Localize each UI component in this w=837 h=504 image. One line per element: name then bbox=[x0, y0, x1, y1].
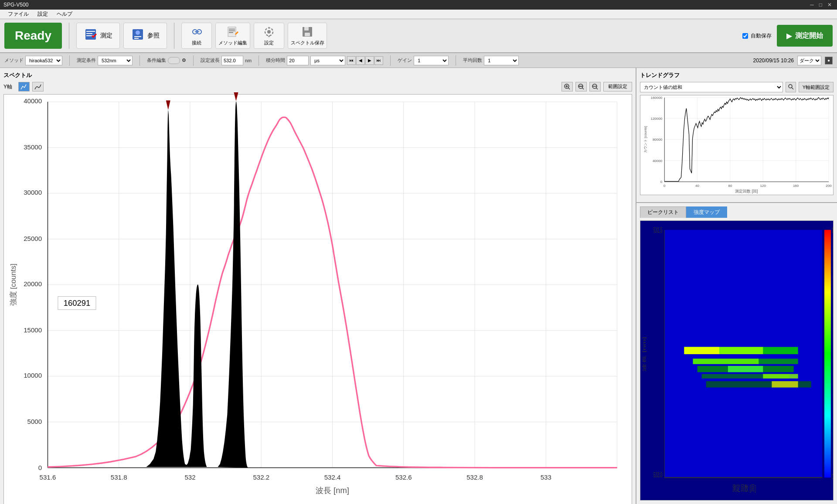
svg-text:532.2: 532.2 bbox=[253, 474, 269, 481]
trend-section: トレンドグラフ カウント値の総和 Y軸範囲設定 bbox=[636, 68, 837, 203]
param-sep-2 bbox=[140, 55, 140, 66]
method-edit-button[interactable]: メソッド編集 bbox=[215, 23, 250, 49]
svg-rect-19 bbox=[305, 33, 310, 36]
window-controls: ─ □ ✕ bbox=[808, 2, 834, 8]
y-axis-range-btn[interactable]: Y軸範囲設定 bbox=[799, 82, 834, 92]
left-panel: スペクトル Y軸 範囲設定 bbox=[0, 68, 636, 504]
method-select[interactable]: hiraoka532 bbox=[25, 56, 62, 65]
condition-edit-icon[interactable]: ⚙ bbox=[182, 58, 186, 63]
trend-zoom-btn[interactable] bbox=[786, 82, 796, 92]
close-btn[interactable]: ✕ bbox=[826, 2, 834, 8]
svg-point-74 bbox=[789, 85, 792, 88]
theme-btn[interactable]: ● bbox=[825, 57, 833, 64]
prev-btn[interactable]: ◀ bbox=[356, 56, 365, 65]
svg-text:0: 0 bbox=[38, 464, 42, 471]
integration-unit-select[interactable]: μs bbox=[310, 56, 345, 65]
datetime-display: 2020/09/15 10:26 bbox=[753, 58, 794, 64]
header-right: 自動保存 ▶ 測定開始 bbox=[742, 25, 833, 47]
param-sep-6 bbox=[456, 55, 456, 66]
average-select[interactable]: 1 bbox=[484, 56, 519, 65]
connect-button[interactable]: 接続 bbox=[181, 23, 212, 49]
wavelength-unit: nm bbox=[245, 58, 252, 63]
measure-button[interactable]: 測定 bbox=[76, 23, 120, 49]
condition-label: 測定条件 bbox=[77, 57, 96, 64]
maximize-btn[interactable]: □ bbox=[817, 2, 824, 8]
svg-text:531.8: 531.8 bbox=[111, 474, 127, 481]
gain-select[interactable]: 1 bbox=[414, 56, 449, 65]
svg-text:35000: 35000 bbox=[24, 143, 42, 151]
svg-text:25000: 25000 bbox=[24, 235, 42, 242]
start-label: 測定開始 bbox=[795, 31, 823, 41]
spectrum-title: スペクトル bbox=[3, 71, 632, 79]
method-edit-label: メソッド編集 bbox=[218, 40, 247, 46]
range-setting-btn[interactable]: 範囲設定 bbox=[603, 82, 632, 91]
svg-rect-26 bbox=[579, 86, 582, 87]
line-chart-btn[interactable] bbox=[18, 82, 30, 91]
svg-rect-14 bbox=[229, 32, 233, 33]
menu-settings[interactable]: 設定 bbox=[33, 10, 52, 19]
nav-buttons: ⏮ ◀ ▶ ⏭ bbox=[347, 56, 383, 65]
svg-text:40000: 40000 bbox=[653, 159, 663, 163]
wavelength-input[interactable] bbox=[221, 56, 243, 65]
menu-file[interactable]: ファイル bbox=[3, 10, 33, 19]
main-content: スペクトル Y軸 範囲設定 bbox=[0, 68, 837, 504]
svg-rect-13 bbox=[229, 30, 235, 31]
zoom-out-btn[interactable] bbox=[589, 82, 601, 91]
menu-bar: ファイル 設定 ヘルプ bbox=[0, 10, 837, 19]
svg-rect-121 bbox=[824, 230, 831, 478]
svg-text:0%: 0% bbox=[832, 473, 834, 481]
svg-text:0: 0 bbox=[660, 180, 663, 184]
svg-rect-116 bbox=[728, 366, 763, 372]
svg-text:532.6: 532.6 bbox=[395, 474, 412, 481]
svg-text:200: 200 bbox=[826, 184, 832, 188]
trend-toolbar: カウント値の総和 Y軸範囲設定 bbox=[640, 82, 834, 92]
settings-label: 設定 bbox=[264, 40, 274, 46]
svg-rect-1 bbox=[86, 31, 95, 32]
status-badge: Ready bbox=[4, 23, 62, 49]
params-bar: メソッド hiraoka532 測定条件 532nm 条件編集 ⚙ 設定波長 n… bbox=[0, 53, 837, 68]
menu-help[interactable]: ヘルプ bbox=[52, 10, 77, 19]
reference-icon bbox=[131, 27, 145, 44]
last-btn[interactable]: ⏭ bbox=[374, 56, 383, 65]
reference-button[interactable]: 参照 bbox=[123, 23, 167, 49]
tab-intensity-map[interactable]: 強度マップ bbox=[686, 206, 727, 218]
svg-text:波長 [nm]: 波長 [nm] bbox=[316, 486, 349, 495]
settings-button[interactable]: 設定 bbox=[254, 23, 284, 49]
gain-group: ゲイン 1 bbox=[398, 56, 449, 65]
svg-text:100%: 100% bbox=[832, 226, 834, 234]
condition-select[interactable]: 532nm bbox=[98, 56, 133, 65]
integration-input[interactable] bbox=[287, 56, 309, 65]
smooth-chart-btn[interactable] bbox=[32, 82, 44, 91]
spectrum-save-button[interactable]: スペクトル保存 bbox=[288, 23, 327, 49]
spectrum-chart: 0 5000 10000 15000 20000 25000 30000 350… bbox=[3, 94, 632, 504]
condition-edit-toggle[interactable] bbox=[168, 57, 180, 64]
trend-select[interactable]: カウント値の総和 bbox=[640, 82, 783, 92]
zoom-in-btn[interactable] bbox=[561, 82, 573, 91]
first-btn[interactable]: ⏮ bbox=[347, 56, 356, 65]
start-measurement-button[interactable]: ▶ 測定開始 bbox=[777, 25, 833, 47]
tab-peak-list[interactable]: ピークリスト bbox=[640, 206, 686, 218]
condition-group: 測定条件 532nm bbox=[77, 56, 133, 65]
method-label: メソッド bbox=[4, 57, 24, 64]
svg-line-75 bbox=[792, 88, 793, 89]
method-edit-icon bbox=[227, 26, 239, 39]
app-title: SPG-V500 bbox=[3, 2, 28, 8]
svg-rect-18 bbox=[304, 27, 309, 30]
y-axis-label: Y軸 bbox=[3, 83, 12, 91]
zoom-reset-btn[interactable] bbox=[575, 82, 587, 91]
svg-point-5 bbox=[136, 30, 140, 35]
theme-select[interactable]: ダーク bbox=[797, 56, 821, 65]
reference-label: 参照 bbox=[147, 32, 160, 40]
next-btn[interactable]: ▶ bbox=[365, 56, 374, 65]
gain-label: ゲイン bbox=[398, 57, 412, 64]
spectrum-save-icon bbox=[301, 26, 313, 39]
svg-text:532: 532 bbox=[184, 474, 195, 481]
svg-text:532.8: 532.8 bbox=[466, 474, 483, 481]
start-icon: ▶ bbox=[786, 32, 792, 40]
svg-line-28 bbox=[596, 88, 598, 90]
auto-save-checkbox[interactable] bbox=[742, 33, 748, 39]
minimize-btn[interactable]: ─ bbox=[808, 2, 816, 8]
integration-group: 積分時間 μs ⏮ ◀ ▶ ⏭ bbox=[266, 56, 383, 65]
condition-edit-group: 条件編集 ⚙ bbox=[147, 57, 186, 64]
svg-text:533.0: 533.0 bbox=[653, 471, 662, 479]
